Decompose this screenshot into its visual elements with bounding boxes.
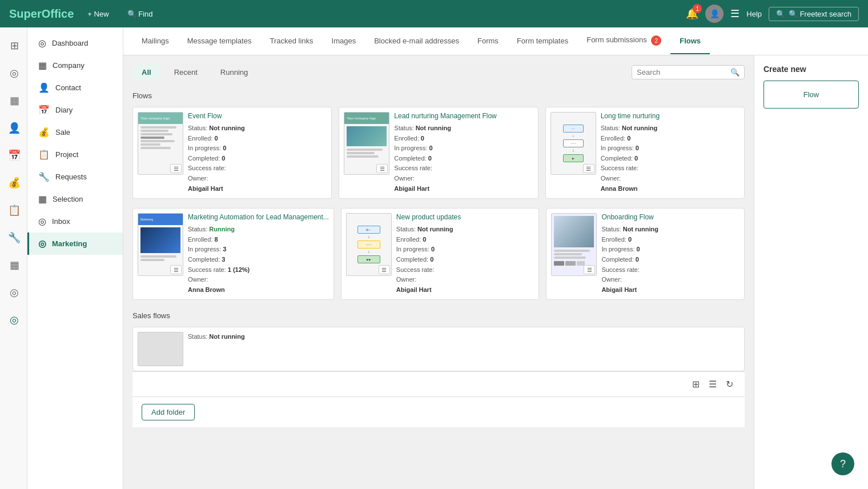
diary-icon: 📅 (38, 105, 50, 115)
requests-icon: 🔧 (38, 171, 50, 182)
leftnav-item-requests[interactable]: 🔧 Requests (27, 166, 123, 188)
flow-card-onboarding[interactable]: ☰ Onboarding Flow Status: Not running En… (546, 208, 745, 300)
company-icon: ▦ (38, 60, 47, 71)
flow-card-event-flow[interactable]: Your company logo ☰ (132, 107, 332, 199)
flow-menu-icon-onboarding[interactable]: ☰ (584, 265, 595, 274)
freetext-search-button[interactable]: 🔍 🔍 Freetext search (769, 7, 859, 21)
flow-menu-icon-lead-nurturing[interactable]: ☰ (376, 164, 388, 173)
flows-grid-row2: Marketing ☰ Marketing Automation for Lea… (132, 208, 745, 300)
main-layout: ⊞ ◎ ▦ 👤 📅 💰 📋 🔧 ▦ ◎ ◎ ◎ Dashboard ▦ Comp… (0, 27, 868, 489)
flow-thumbnail-lead-nurturing: Your company logo ☰ (344, 112, 389, 175)
sidebar-icon-panel[interactable]: ⊞ (0, 32, 27, 59)
tab-flows[interactable]: Flows (670, 29, 710, 54)
main-content: Mailings Message templates Tracked links… (123, 27, 868, 489)
form-submissions-badge: 2 (651, 35, 661, 46)
app-logo[interactable]: SuperOffice (9, 7, 74, 21)
sidebar-icon-requests[interactable]: 🔧 (0, 224, 27, 251)
help-button[interactable]: Help (746, 10, 762, 18)
avatar[interactable]: 👤 (705, 5, 724, 23)
sale-icon: 💰 (38, 127, 50, 138)
flow-menu-icon-new-product[interactable]: ☰ (379, 265, 390, 274)
tab-forms[interactable]: Forms (468, 29, 508, 54)
tab-message-templates[interactable]: Message templates (178, 29, 261, 54)
leftnav-item-diary[interactable]: 📅 Diary (27, 99, 123, 121)
tab-images[interactable]: Images (323, 29, 365, 54)
flows-folder-label: Flows (132, 89, 745, 102)
sub-tab-all[interactable]: All (132, 65, 160, 80)
flow-thumbnail-long-nurturing: ⋯ ↓ ⋯⋯ ↓ ▶ ☰ (550, 112, 596, 175)
flow-card-new-product[interactable]: ⊞⋯ ↓ ⋯⋯ ↓ ▶▶ ☰ New product updates Statu… (341, 208, 540, 300)
flow-info-long-nurturing: Long time nurturing Status: Not running … (601, 112, 740, 194)
flow-thumbnail-marketing-automation: Marketing ☰ (138, 213, 183, 276)
add-folder-bar: Add folder (132, 396, 745, 427)
sidebar-icon-inbox[interactable]: ◎ (0, 279, 27, 306)
grid-view-button[interactable]: ⊞ (690, 376, 702, 392)
add-folder-button[interactable]: Add folder (142, 404, 195, 420)
sidebar-icon-marketing[interactable]: ◎ (0, 306, 27, 334)
leftnav-item-sale[interactable]: 💰 Sale (27, 121, 123, 143)
sidebar-icon-contact[interactable]: 👤 (0, 114, 27, 142)
flow-info-new-product: New product updates Status: Not running … (396, 213, 535, 295)
right-panel: Create new Flow (754, 55, 868, 489)
selection-icon: ▦ (38, 194, 47, 205)
create-flow-button[interactable]: Flow (763, 81, 859, 109)
dashboard-icon: ◎ (38, 38, 46, 49)
flow-info-marketing-automation: Marketing Automation for Lead Management… (188, 213, 329, 295)
find-button[interactable]: 🔍 Find (123, 7, 158, 21)
sub-tab-running[interactable]: Running (211, 65, 257, 80)
search-input[interactable] (637, 68, 728, 77)
search-icon[interactable]: 🔍 (730, 68, 740, 77)
tab-form-submissions[interactable]: Form submissions 2 (577, 27, 670, 55)
flows-panel: All Recent Running 🔍 Flows (123, 55, 754, 489)
new-button[interactable]: + New (83, 7, 113, 21)
flow-name-long-nurturing: Long time nurturing (601, 112, 740, 120)
notification-bell[interactable]: 🔔 1 (686, 7, 698, 20)
flow-menu-icon-long-nurturing[interactable]: ☰ (583, 164, 594, 173)
left-navigation: ◎ Dashboard ▦ Company 👤 Contact 📅 Diary … (27, 27, 123, 489)
flow-name-lead-nurturing: Lead nurturing Management Flow (394, 112, 533, 120)
flow-card-lead-nurturing[interactable]: Your company logo ☰ Lead nurturin (339, 107, 538, 199)
leftnav-item-contact[interactable]: 👤 Contact (27, 77, 123, 99)
content-area: All Recent Running 🔍 Flows (123, 55, 868, 489)
bottom-toolbar: ⊞ ☰ ↻ (132, 371, 745, 396)
flow-name-onboarding: Onboarding Flow (601, 213, 740, 221)
leftnav-item-dashboard[interactable]: ◎ Dashboard (27, 32, 123, 54)
flows-grid-row1: Your company logo ☰ (132, 107, 745, 199)
sidebar-icon-company[interactable]: ▦ (0, 87, 27, 114)
leftnav-item-project[interactable]: 📋 Project (27, 143, 123, 166)
leftnav-item-inbox[interactable]: ◎ Inbox (27, 210, 123, 233)
sidebar-icon-project[interactable]: 📋 (0, 197, 27, 224)
sidebar-icon-dashboard[interactable]: ◎ (0, 59, 27, 87)
marketing-icon: ◎ (38, 238, 46, 249)
tab-blocked-email[interactable]: Blocked e-mail addresses (365, 29, 468, 54)
logo-text: SuperOffice (9, 7, 74, 21)
flow-thumbnail-onboarding: ☰ (551, 213, 597, 276)
flow-card-marketing-automation[interactable]: Marketing ☰ Marketing Automation for Lea… (132, 208, 334, 300)
top-navigation: SuperOffice + New 🔍 Find 🔔 1 👤 ☰ Help 🔍 … (0, 0, 868, 27)
tab-tracked-links[interactable]: Tracked links (260, 29, 322, 54)
flow-menu-icon-marketing-automation[interactable]: ☰ (170, 265, 182, 274)
sidebar-icons: ⊞ ◎ ▦ 👤 📅 💰 📋 🔧 ▦ ◎ ◎ (0, 27, 27, 489)
flow-menu-icon-event[interactable]: ☰ (170, 164, 182, 173)
tab-mailings[interactable]: Mailings (132, 29, 178, 54)
sub-tab-bar: All Recent Running 🔍 (132, 65, 745, 80)
refresh-button[interactable]: ↻ (724, 376, 736, 392)
sidebar-icon-selection[interactable]: ▦ (0, 251, 27, 279)
flow-name-event-flow: Event Flow (188, 112, 327, 120)
menu-icon-button[interactable]: ☰ (730, 7, 740, 20)
help-bubble[interactable]: ? (831, 452, 854, 475)
flow-thumbnail-new-product: ⊞⋯ ↓ ⋯⋯ ↓ ▶▶ ☰ (346, 213, 392, 276)
sub-tab-recent[interactable]: Recent (165, 65, 207, 80)
list-view-button[interactable]: ☰ (706, 376, 719, 392)
search-container: 🔍 (632, 65, 745, 79)
sidebar-icon-sale[interactable]: 💰 (0, 169, 27, 197)
sidebar-icon-diary[interactable]: 📅 (0, 142, 27, 169)
leftnav-item-marketing[interactable]: ◎ Marketing (27, 233, 123, 255)
leftnav-item-selection[interactable]: ▦ Selection (27, 188, 123, 210)
sales-flows-folder-label: Sales flows (132, 309, 745, 322)
leftnav-item-company[interactable]: ▦ Company (27, 54, 123, 77)
sales-flow-card[interactable]: Status: Not running (132, 327, 745, 371)
tab-form-templates[interactable]: Form templates (508, 29, 577, 54)
flow-card-long-nurturing[interactable]: ⋯ ↓ ⋯⋯ ↓ ▶ ☰ Long time nurturing Status:… (545, 107, 745, 199)
flow-thumbnail-event-flow: Your company logo ☰ (138, 112, 183, 175)
